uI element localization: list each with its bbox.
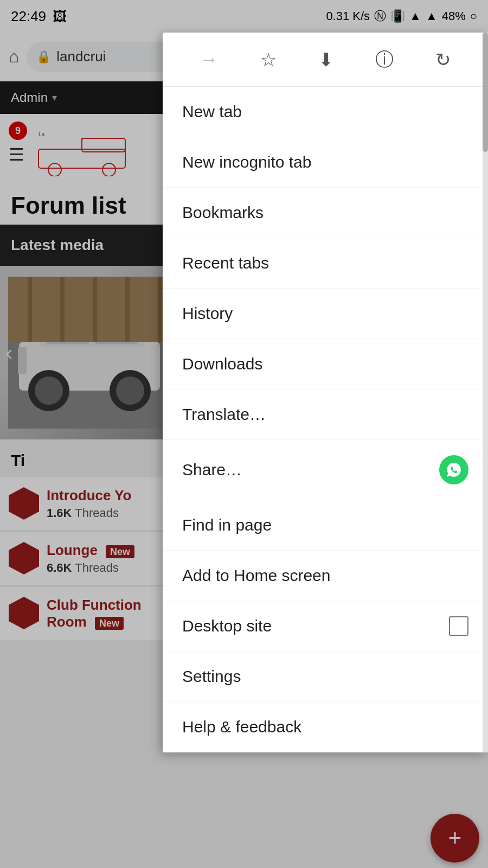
forward-icon[interactable]: → — [200, 49, 219, 70]
menu-item-desktop-site[interactable]: Desktop site — [163, 601, 488, 652]
info-icon[interactable]: ⓘ — [375, 47, 394, 72]
dropdown-menu: → ☆ ⬇ ⓘ ↻ New tab New incognito tab Book… — [163, 33, 488, 752]
menu-item-recent-tabs[interactable]: Recent tabs — [163, 238, 488, 289]
menu-item-share[interactable]: Share… — [163, 440, 488, 500]
whatsapp-icon — [439, 455, 468, 484]
menu-item-add-to-home[interactable]: Add to Home screen — [163, 551, 488, 601]
desktop-site-checkbox[interactable] — [449, 616, 468, 636]
menu-item-settings[interactable]: Settings — [163, 652, 488, 702]
menu-item-find-in-page[interactable]: Find in page — [163, 500, 488, 551]
menu-item-bookmarks[interactable]: Bookmarks — [163, 188, 488, 238]
refresh-icon[interactable]: ↻ — [435, 49, 451, 71]
menu-item-history[interactable]: History — [163, 289, 488, 339]
dropdown-toolbar: → ☆ ⬇ ⓘ ↻ — [163, 33, 488, 87]
menu-item-help-feedback[interactable]: Help & feedback — [163, 702, 488, 752]
menu-item-translate[interactable]: Translate… — [163, 390, 488, 440]
bookmark-star-icon[interactable]: ☆ — [260, 49, 277, 71]
menu-item-downloads[interactable]: Downloads — [163, 339, 488, 390]
scrollbar-thumb[interactable] — [483, 33, 488, 152]
menu-item-new-tab[interactable]: New tab — [163, 87, 488, 137]
scrollbar[interactable] — [483, 33, 488, 752]
download-icon[interactable]: ⬇ — [318, 49, 333, 71]
menu-item-new-incognito-tab[interactable]: New incognito tab — [163, 137, 488, 188]
